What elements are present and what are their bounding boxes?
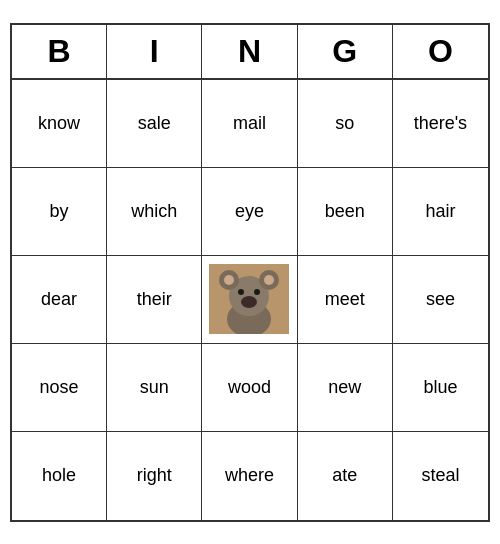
grid-cell-4-1: right — [107, 432, 202, 520]
koala-image — [209, 264, 289, 334]
svg-point-7 — [241, 296, 257, 308]
header-letter: B — [12, 25, 107, 78]
cell-word: sun — [140, 377, 169, 398]
grid-cell-3-0: nose — [12, 344, 107, 432]
cell-word: been — [325, 201, 365, 222]
bingo-grid: knowsalemailsothere'sbywhicheyebeenhaird… — [12, 80, 488, 520]
grid-cell-0-2: mail — [202, 80, 297, 168]
cell-word: nose — [40, 377, 79, 398]
cell-word: blue — [423, 377, 457, 398]
grid-cell-3-3: new — [298, 344, 393, 432]
grid-cell-1-0: by — [12, 168, 107, 256]
cell-word: steal — [421, 465, 459, 486]
cell-word: so — [335, 113, 354, 134]
header-letter: I — [107, 25, 202, 78]
cell-word: their — [137, 289, 172, 310]
grid-cell-2-3: meet — [298, 256, 393, 344]
header-letter: O — [393, 25, 488, 78]
grid-cell-0-1: sale — [107, 80, 202, 168]
grid-cell-4-0: hole — [12, 432, 107, 520]
cell-word: hole — [42, 465, 76, 486]
cell-word: right — [137, 465, 172, 486]
svg-point-9 — [254, 289, 260, 295]
cell-word: ate — [332, 465, 357, 486]
cell-word: know — [38, 113, 80, 134]
svg-point-6 — [264, 275, 274, 285]
cell-word: see — [426, 289, 455, 310]
grid-cell-0-4: there's — [393, 80, 488, 168]
grid-cell-3-1: sun — [107, 344, 202, 432]
grid-cell-1-3: been — [298, 168, 393, 256]
header-letter: N — [202, 25, 297, 78]
cell-word: eye — [235, 201, 264, 222]
header-letter: G — [298, 25, 393, 78]
cell-word: by — [50, 201, 69, 222]
grid-cell-3-2: wood — [202, 344, 297, 432]
grid-cell-1-1: which — [107, 168, 202, 256]
svg-point-4 — [224, 275, 234, 285]
grid-cell-4-4: steal — [393, 432, 488, 520]
bingo-card: BINGO knowsalemailsothere'sbywhicheyebee… — [10, 23, 490, 522]
cell-word: mail — [233, 113, 266, 134]
cell-word: meet — [325, 289, 365, 310]
grid-cell-2-4: see — [393, 256, 488, 344]
cell-word: where — [225, 465, 274, 486]
svg-point-8 — [238, 289, 244, 295]
bingo-header: BINGO — [12, 25, 488, 80]
grid-cell-3-4: blue — [393, 344, 488, 432]
grid-cell-0-0: know — [12, 80, 107, 168]
grid-cell-2-2 — [202, 256, 297, 344]
grid-cell-1-4: hair — [393, 168, 488, 256]
cell-word: sale — [138, 113, 171, 134]
grid-cell-1-2: eye — [202, 168, 297, 256]
grid-cell-4-2: where — [202, 432, 297, 520]
cell-word: which — [131, 201, 177, 222]
cell-word: there's — [414, 113, 467, 134]
grid-cell-0-3: so — [298, 80, 393, 168]
grid-cell-4-3: ate — [298, 432, 393, 520]
grid-cell-2-0: dear — [12, 256, 107, 344]
cell-word: dear — [41, 289, 77, 310]
cell-word: hair — [425, 201, 455, 222]
cell-word: wood — [228, 377, 271, 398]
grid-cell-2-1: their — [107, 256, 202, 344]
cell-word: new — [328, 377, 361, 398]
